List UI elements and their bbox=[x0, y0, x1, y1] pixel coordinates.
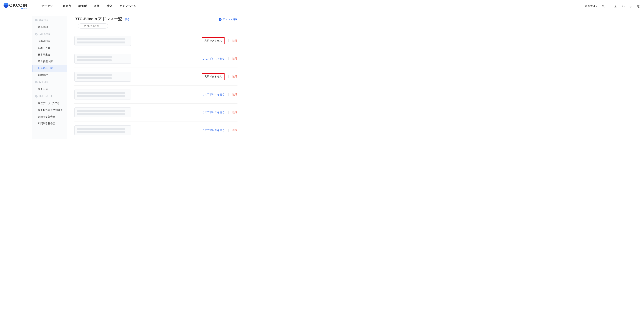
sidebar-item[interactable]: 取引報告書兼受領証書 bbox=[32, 107, 67, 114]
skeleton-line bbox=[77, 77, 112, 79]
address-card bbox=[74, 54, 131, 64]
address-card bbox=[74, 90, 131, 100]
sidebar-item[interactable]: 資産総額 bbox=[32, 24, 67, 31]
address-row: このアドレスを使う削除 bbox=[74, 86, 238, 104]
globe-icon[interactable] bbox=[637, 5, 640, 8]
nav-right: 資産管理 bbox=[585, 4, 640, 8]
address-row: このアドレスを使う削除 bbox=[74, 104, 238, 122]
nav-link-savings[interactable]: 積立 bbox=[107, 4, 112, 8]
skeleton-line bbox=[77, 74, 112, 76]
logo-mark-icon bbox=[4, 3, 8, 8]
sidebar-section-header: ◷取引レポート bbox=[32, 93, 67, 100]
headset-icon[interactable] bbox=[621, 5, 625, 8]
sidebar: ≡資産状況資産総額≡入出金口座入出金口座日本円入金日本円出金暗号資産入庫暗号資産… bbox=[32, 16, 67, 139]
skeleton-line bbox=[77, 38, 125, 40]
skeleton-line bbox=[77, 113, 125, 115]
sidebar-item[interactable]: 報酬管理 bbox=[32, 72, 67, 78]
search-icon bbox=[81, 25, 83, 27]
unavailable-label: 利用できません bbox=[202, 73, 224, 80]
sidebar-item[interactable]: 取引口座 bbox=[32, 86, 67, 93]
bullet-icon: ≡ bbox=[35, 81, 38, 83]
skeleton-line bbox=[77, 56, 112, 58]
use-address-button[interactable]: このアドレスを使う bbox=[202, 93, 224, 96]
search-input[interactable] bbox=[84, 25, 110, 27]
row-actions: 利用できません削除 bbox=[202, 73, 238, 80]
user-icon[interactable] bbox=[601, 5, 605, 8]
sidebar-item[interactable]: 日本円出金 bbox=[32, 52, 67, 58]
bullet-icon: ≡ bbox=[35, 19, 38, 21]
unavailable-label: 利用できません bbox=[202, 37, 224, 44]
top-nav: OKCOIN JAPAN マーケット 販売所 取引所 収益 積立 キャンペーン … bbox=[0, 0, 644, 13]
row-actions: このアドレスを使う削除 bbox=[202, 93, 238, 96]
sidebar-section-label: 取引レポート bbox=[39, 95, 53, 98]
nav-links: マーケット 販売所 取引所 収益 積立 キャンペーン bbox=[42, 4, 136, 8]
delete-button[interactable]: 削除 bbox=[232, 75, 238, 78]
skeleton-line bbox=[77, 42, 125, 44]
skeleton-line bbox=[77, 131, 125, 133]
skeleton-line bbox=[77, 59, 112, 61]
address-card bbox=[74, 36, 131, 46]
skeleton-line bbox=[77, 95, 125, 97]
logo-text: OKCOIN bbox=[9, 3, 27, 8]
row-actions: このアドレスを使う削除 bbox=[202, 57, 238, 60]
sidebar-section-header: ≡取引口座 bbox=[32, 78, 67, 86]
bullet-icon: ◷ bbox=[35, 95, 38, 98]
delete-button[interactable]: 削除 bbox=[232, 111, 238, 114]
address-row: 利用できません削除 bbox=[74, 32, 238, 50]
nav-link-market[interactable]: マーケット bbox=[42, 4, 56, 8]
delete-button[interactable]: 削除 bbox=[232, 57, 238, 60]
skeleton-line bbox=[77, 110, 125, 112]
row-actions: 利用できません削除 bbox=[202, 37, 238, 44]
address-card bbox=[74, 72, 131, 82]
sidebar-section-label: 資産状況 bbox=[39, 19, 48, 22]
use-address-button[interactable]: このアドレスを使う bbox=[202, 129, 224, 132]
delete-button[interactable]: 削除 bbox=[232, 129, 238, 132]
logo-main: OKCOIN bbox=[4, 3, 27, 8]
sidebar-item[interactable]: 履歴データ（CSV） bbox=[32, 100, 67, 107]
bell-icon[interactable] bbox=[629, 5, 633, 8]
search-box[interactable] bbox=[78, 24, 108, 29]
skeleton-line bbox=[77, 128, 125, 130]
logo[interactable]: OKCOIN JAPAN bbox=[4, 3, 27, 10]
back-link[interactable]: 戻る bbox=[124, 18, 130, 21]
add-address-button[interactable]: + アドレス追加 bbox=[219, 18, 238, 21]
plus-icon: + bbox=[219, 18, 222, 21]
address-card bbox=[74, 108, 131, 117]
page-header: BTC-Bitcoin アドレス一覧 戻る + アドレス追加 bbox=[74, 16, 238, 22]
use-address-button[interactable]: このアドレスを使う bbox=[202, 57, 224, 60]
address-row: このアドレスを使う削除 bbox=[74, 50, 238, 68]
sidebar-section-label: 取引口座 bbox=[39, 81, 48, 84]
delete-button[interactable]: 削除 bbox=[232, 93, 238, 96]
sidebar-item[interactable]: 日本円入金 bbox=[32, 45, 67, 52]
sidebar-item[interactable]: 月間取引報告書 bbox=[32, 114, 67, 120]
logo-subtext: JAPAN bbox=[4, 8, 27, 10]
bullet-icon: ≡ bbox=[35, 33, 38, 36]
add-address-label: アドレス追加 bbox=[222, 18, 238, 21]
sidebar-item[interactable]: 暗号資産出庫 bbox=[32, 65, 67, 72]
svg-point-2 bbox=[81, 25, 82, 26]
svg-point-0 bbox=[602, 5, 604, 6]
sidebar-section-header: ≡資産状況 bbox=[32, 16, 67, 24]
sidebar-section-label: 入出金口座 bbox=[39, 33, 50, 36]
delete-button[interactable]: 削除 bbox=[232, 39, 238, 42]
nav-link-sales[interactable]: 販売所 bbox=[63, 4, 71, 8]
sidebar-item[interactable]: 入出金口座 bbox=[32, 38, 67, 45]
skeleton-line bbox=[77, 92, 125, 94]
nav-link-campaign[interactable]: キャンペーン bbox=[120, 4, 136, 8]
download-icon[interactable] bbox=[614, 5, 617, 8]
nav-divider bbox=[609, 4, 609, 8]
nav-link-earn[interactable]: 収益 bbox=[94, 4, 100, 8]
use-address-button[interactable]: このアドレスを使う bbox=[202, 111, 224, 114]
address-row: 利用できません削除 bbox=[74, 68, 238, 86]
sidebar-item[interactable]: 年間取引報告書 bbox=[32, 120, 67, 127]
address-row: このアドレスを使う削除 bbox=[74, 122, 238, 139]
row-actions: このアドレスを使う削除 bbox=[202, 129, 238, 132]
sidebar-section-header: ≡入出金口座 bbox=[32, 31, 67, 38]
nav-link-exchange[interactable]: 取引所 bbox=[78, 4, 87, 8]
row-actions: このアドレスを使う削除 bbox=[202, 111, 238, 114]
asset-management-dropdown[interactable]: 資産管理 bbox=[585, 5, 597, 8]
address-card bbox=[74, 125, 131, 135]
main-content: BTC-Bitcoin アドレス一覧 戻る + アドレス追加 利用できません削除… bbox=[67, 16, 244, 139]
sidebar-item[interactable]: 暗号資産入庫 bbox=[32, 58, 67, 65]
page-title: BTC-Bitcoin アドレス一覧 bbox=[74, 16, 122, 22]
